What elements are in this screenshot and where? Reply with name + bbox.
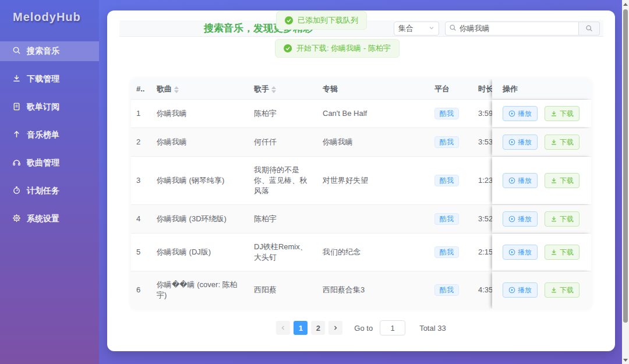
download-button[interactable]: 下载 — [545, 106, 579, 121]
goto-page-input[interactable] — [380, 320, 405, 335]
album-name: 西阳蔡合集3 — [317, 285, 429, 295]
download-button-label: 下载 — [560, 215, 574, 222]
download-icon — [550, 177, 557, 184]
platform-select-value: 集合 — [398, 23, 414, 34]
sidebar-item-label: 下载管理 — [27, 74, 59, 84]
download-icon — [12, 74, 21, 84]
table-body: 1 你瞒我瞒 陈柏宇 Can't Be Half 酷我 3:59 播放 — [131, 100, 591, 309]
song-title: 你瞒我瞒 — [151, 137, 248, 147]
play-button-label: 播放 — [518, 249, 532, 256]
column-song[interactable]: 歌曲 — [151, 84, 248, 94]
download-icon — [550, 110, 557, 117]
sort-carets-icon[interactable] — [174, 86, 179, 93]
search-group — [445, 22, 600, 36]
toast-download-started: 开始下载: 你瞒我瞒 - 陈柏宇 — [275, 39, 400, 58]
sidebar-item-label: 歌曲管理 — [27, 158, 59, 168]
platform-badge: 酷我 — [434, 108, 459, 119]
page-button-2[interactable]: 2 — [311, 321, 325, 335]
platform-select[interactable]: 集合 — [394, 22, 439, 36]
search-button[interactable] — [579, 22, 600, 36]
artist-name: 陈柏宇 — [248, 108, 317, 119]
row-actions: 播放 下载 — [492, 100, 591, 128]
play-circle-icon — [508, 139, 515, 146]
scrollbar-thumb[interactable] — [623, 9, 628, 323]
headphones-icon — [12, 158, 21, 168]
play-button-label: 播放 — [518, 177, 532, 184]
column-artist[interactable]: 歌手 — [248, 84, 317, 94]
artist-name: 我期待的不是你、蓝见椿、秋风落 — [248, 165, 317, 196]
download-icon — [550, 249, 557, 256]
row-index: 3 — [131, 175, 151, 186]
row-actions: 播放 下载 — [492, 205, 591, 233]
table-row: 2 你瞒我瞒 何仟仟 你瞒我瞒 酷我 3:53 播放 — [131, 128, 591, 157]
sidebar-item-playlist-subscription[interactable]: 歌单订阅 — [0, 97, 99, 117]
scroll-up-arrow-icon[interactable] — [622, 0, 629, 8]
album-name: 你瞒我瞒 — [317, 137, 429, 147]
download-button-label: 下载 — [560, 177, 574, 184]
page-button-1[interactable]: 1 — [294, 321, 308, 335]
platform-badge: 酷我 — [434, 136, 459, 148]
artist-name: 何仟仟 — [248, 137, 317, 147]
sidebar-item-system-settings[interactable]: 系统设置 — [0, 209, 99, 229]
sort-carets-icon[interactable] — [271, 86, 276, 93]
playlist-icon — [12, 102, 21, 112]
toast-added-to-queue: 已添加到下载队列 — [276, 11, 367, 30]
chevron-right-icon — [333, 325, 338, 331]
play-button[interactable]: 播放 — [503, 135, 538, 150]
song-title: 你瞒我瞒 (钢琴纯享) — [151, 175, 248, 186]
sidebar-item-label: 系统设置 — [27, 214, 59, 224]
sidebar-item-label: 计划任务 — [27, 186, 59, 196]
song-title: 你瞒我瞒 — [151, 108, 248, 119]
sidebar-item-label: 歌单订阅 — [27, 102, 59, 112]
sidebar: MelodyHub 搜索音乐 下载管理 歌单订阅 — [0, 0, 99, 364]
table-row: 5 你瞒我瞒 (DJ版) DJ铁柱Remix、大头钉 我们的纪念 酷我 2:15… — [131, 234, 591, 271]
platform-cell: 酷我 — [429, 284, 472, 296]
play-circle-icon — [508, 110, 515, 117]
row-index: 5 — [131, 247, 151, 257]
platform-cell: 酷我 — [429, 246, 472, 258]
download-button[interactable]: 下载 — [545, 245, 579, 260]
sidebar-item-song-manager[interactable]: 歌曲管理 — [0, 153, 99, 173]
sidebar-item-search-music[interactable]: 搜索音乐 — [0, 41, 99, 61]
play-button[interactable]: 播放 — [503, 173, 538, 188]
play-button[interactable]: 播放 — [503, 106, 538, 121]
search-input[interactable] — [460, 24, 575, 33]
sidebar-item-scheduled-tasks[interactable]: 计划任务 — [0, 181, 99, 201]
table-row: 6 你瞒��瞒 (cover: 陈柏宇) 西阳蔡 西阳蔡合集3 酷我 4:35 … — [131, 271, 591, 309]
next-page-button[interactable] — [328, 321, 342, 335]
column-actions-label: 操作 — [503, 84, 518, 94]
row-actions: 播放 下载 — [492, 157, 591, 204]
play-button-label: 播放 — [518, 139, 532, 146]
column-index: #.. — [131, 84, 151, 94]
sidebar-item-download-manager[interactable]: 下载管理 — [0, 69, 99, 89]
toast-text: 开始下载: 你瞒我瞒 - 陈柏宇 — [296, 43, 391, 54]
sidebar-nav: 搜索音乐 下载管理 歌单订阅 音乐榜单 — [0, 41, 99, 229]
row-actions: 播放 下载 — [492, 271, 591, 309]
platform-cell: 酷我 — [429, 175, 472, 186]
chevron-down-icon — [429, 24, 434, 33]
row-index: 1 — [131, 108, 151, 119]
download-button-label: 下载 — [560, 249, 574, 256]
play-button[interactable]: 播放 — [503, 282, 538, 298]
download-button-label: 下载 — [560, 110, 574, 117]
search-icon — [449, 23, 457, 34]
play-button[interactable]: 播放 — [503, 211, 538, 227]
download-button[interactable]: 下载 — [545, 211, 579, 227]
row-actions: 播放 下载 — [492, 128, 591, 156]
album-name: Can't Be Half — [317, 108, 429, 119]
play-button[interactable]: 播放 — [503, 245, 538, 260]
results-table: #.. 歌曲 歌手 专辑 平台 时长 操作 1 你瞒 — [131, 79, 591, 309]
row-index: 2 — [131, 137, 151, 147]
download-button[interactable]: 下载 — [545, 173, 579, 188]
scroll-down-arrow-icon[interactable] — [622, 356, 629, 364]
scrollbar[interactable] — [622, 0, 629, 364]
download-button[interactable]: 下载 — [545, 282, 579, 298]
prev-page-button[interactable] — [276, 321, 290, 335]
row-index: 6 — [131, 285, 151, 295]
platform-cell: 酷我 — [429, 136, 472, 148]
download-button[interactable]: 下载 — [545, 135, 579, 150]
gear-icon — [12, 214, 21, 224]
sidebar-item-music-charts[interactable]: 音乐榜单 — [0, 125, 99, 145]
download-icon — [550, 215, 557, 222]
album-name: 我们的纪念 — [317, 247, 429, 257]
